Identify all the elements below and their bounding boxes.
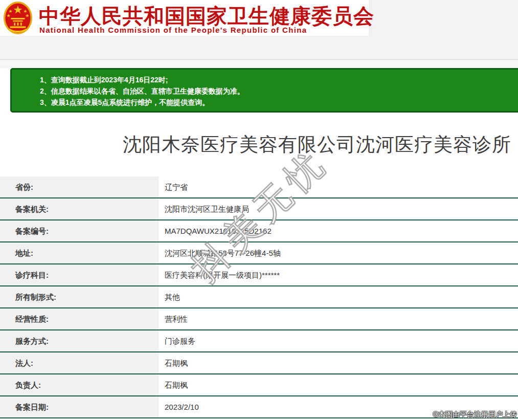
table-row-legal-person: 法人: 石期枫: [0, 352, 518, 374]
field-label: 备案机关:: [0, 198, 159, 219]
table-row-address: 地址: 沈河区北顺城路53号77-26幢4-5轴: [0, 242, 518, 264]
field-label: 法人:: [0, 352, 159, 373]
table-row-person-in-charge: 负责人: 石期枫: [0, 374, 518, 396]
field-label: 备案编号:: [0, 220, 159, 241]
field-value: 其他: [159, 286, 518, 307]
field-value: 石期枫: [159, 352, 518, 373]
table-row-treatment-subjects: 诊疗科目: 医疗美容科(限开展一级项目)******: [0, 264, 518, 286]
upload-attribution-note: ©本图由平台注册用户上传: [433, 410, 517, 419]
field-label: 所有制形式:: [0, 286, 159, 307]
field-label: 经营性质:: [0, 308, 159, 329]
field-value: 医疗美容科(限开展一级项目)******: [159, 264, 518, 285]
field-label: 省份:: [0, 176, 159, 197]
china-national-emblem-icon: [3, 1, 33, 35]
table-row-service-mode: 服务方式: 门诊服务: [0, 330, 518, 352]
site-header: 中华人民共和国国家卫生健康委员会 National Health Commiss…: [0, 0, 369, 36]
notice-line-1: 1、查询数据截止到2023年4月16日22时;: [40, 74, 518, 85]
field-value: 营利性: [159, 308, 518, 329]
table-row-filing-authority: 备案机关: 沈阳市沈河区卫生健康局: [0, 198, 518, 220]
field-value: MA7DQAWUX21010315D2162: [159, 220, 518, 241]
field-label: 服务方式:: [0, 330, 159, 351]
table-row-province: 省份: 辽宁省: [0, 176, 518, 198]
notice-line-3: 3、凌晨1点至凌晨5点系统进行维护，不能提供查询。: [40, 97, 518, 108]
table-row-filing-number: 备案编号: MA7DQAWUX21010315D2162: [0, 220, 518, 242]
field-value: 辽宁省: [159, 176, 518, 197]
field-value: 门诊服务: [159, 330, 518, 351]
field-label: 备案日期:: [0, 396, 159, 417]
record-table: 省份: 辽宁省 备案机关: 沈阳市沈河区卫生健康局 备案编号: MA7DQAWU…: [0, 176, 518, 418]
field-label: 负责人:: [0, 374, 159, 395]
site-title-english: National Health Commission of the People…: [39, 26, 307, 34]
sub-grey-band: [0, 60, 518, 68]
institution-name-title: 沈阳木奈医疗美容有限公司沈河医疗美容诊所: [123, 132, 511, 158]
field-label: 地址:: [0, 242, 159, 263]
page: 中华人民共和国国家卫生健康委员会 National Health Commiss…: [0, 0, 518, 420]
field-value: 沈阳市沈河区卫生健康局: [159, 198, 518, 219]
table-row-business-nature: 经营性质: 营利性: [0, 308, 518, 330]
field-value: 石期枫: [159, 374, 518, 395]
notice-line-2: 2、信息数据结果以各省、自治区、直辖市卫生健康委数据为准。: [40, 85, 518, 97]
field-value: 沈河区北顺城路53号77-26幢4-5轴: [159, 242, 518, 263]
table-row-ownership-form: 所有制形式: 其他: [0, 286, 518, 308]
notice-box: 1、查询数据截止到2023年4月16日22时; 2、信息数据结果以各省、自治区、…: [10, 68, 518, 113]
field-label: 诊疗科目:: [0, 264, 159, 285]
